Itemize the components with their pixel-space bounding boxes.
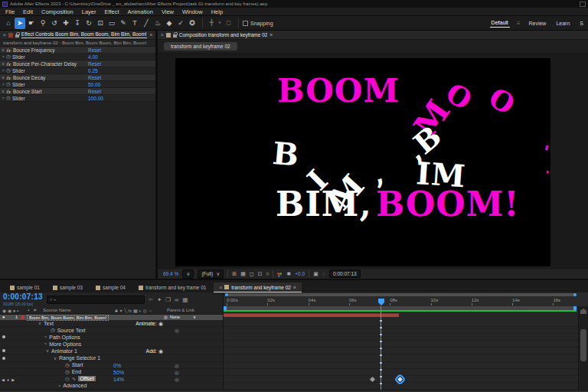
- axis-mode-icon-1[interactable]: ╋: [210, 19, 214, 27]
- label-color-chip[interactable]: [21, 315, 24, 319]
- mask-visibility-icon[interactable]: ◻: [250, 271, 254, 277]
- resolution-dropdown[interactable]: (Full)∨: [198, 270, 224, 279]
- chevron-down-icon[interactable]: ∨: [54, 356, 57, 361]
- property-row-offset[interactable]: ◀ ♦ ▶◷∿Offset14%◎: [0, 376, 223, 383]
- animate-menu[interactable]: Animate: ◉: [136, 321, 163, 327]
- composition-viewport[interactable]: BOOMOOM,BBIM,IMBIM,BOOM!▮▖: [158, 54, 588, 268]
- effect-param-row[interactable]: >◷Slider50.00: [0, 81, 155, 88]
- snapping-checkbox-icon[interactable]: [243, 21, 248, 26]
- dolly-camera-tool-icon[interactable]: ↧: [72, 18, 83, 29]
- time-navigator-bar[interactable]: [225, 293, 577, 296]
- timeline-graph-area[interactable]: [223, 306, 578, 390]
- menu-window[interactable]: Window: [182, 8, 203, 15]
- menu-animation[interactable]: Animation: [128, 8, 153, 15]
- stopwatch-icon[interactable]: ◷: [51, 327, 55, 333]
- menu-help[interactable]: Help: [211, 8, 223, 15]
- property-value[interactable]: 50%: [113, 370, 124, 375]
- property-row-end[interactable]: ◷End50%◎: [0, 369, 223, 376]
- chevron-right-icon[interactable]: >: [0, 96, 6, 100]
- zoom-tool-icon[interactable]: ⚲: [38, 18, 48, 29]
- panel-menu-icon[interactable]: ≡: [293, 285, 296, 290]
- snapshot-icon[interactable]: ⌗: [266, 271, 270, 277]
- pan-handle-icon[interactable]: [580, 309, 586, 314]
- include-toggle-icon[interactable]: ◎: [175, 370, 179, 376]
- transparency-grid-icon[interactable]: ▦: [240, 271, 246, 277]
- panel-overflow-icon[interactable]: »: [149, 32, 152, 38]
- menu-view[interactable]: View: [162, 8, 174, 15]
- property-row-range-selector-1[interactable]: ∨Range Selector 1: [0, 355, 223, 362]
- layer-row[interactable]: ● 1 Boom Bim, Boom Boom, Bim Bim, Boom! …: [0, 315, 223, 320]
- playhead-line[interactable]: [381, 306, 381, 390]
- chevron-down-icon[interactable]: ∨: [46, 348, 49, 353]
- chevron-right-icon[interactable]: >: [44, 335, 47, 339]
- reset-link[interactable]: Reset: [88, 61, 101, 67]
- camera-tool-icon[interactable]: ⊡: [95, 18, 106, 29]
- add-property-icon[interactable]: ◉: [158, 321, 163, 326]
- stopwatch-icon[interactable]: ◷: [6, 54, 12, 60]
- lock-icon[interactable]: [173, 34, 177, 38]
- timeline-tab-3[interactable]: sample 04: [90, 283, 131, 292]
- timeline-tab-5[interactable]: ×transform and keyframe 02≡: [214, 283, 301, 292]
- effect-controls-tab[interactable]: Effect Controls Boom Bim, Boom Boom, Bim…: [21, 31, 147, 38]
- property-row-text[interactable]: ∨TextAnimate: ◉: [0, 320, 223, 327]
- zoom-dropdown[interactable]: ∨: [182, 270, 194, 279]
- brush-tool-icon[interactable]: ╱: [141, 18, 152, 29]
- add-property-icon[interactable]: ◉: [158, 348, 163, 354]
- layer-duration-bar[interactable]: [224, 313, 399, 317]
- include-toggle-icon[interactable]: ◎: [175, 328, 179, 334]
- timeline-tab-2[interactable]: sample 03: [47, 283, 88, 292]
- chevron-right-icon[interactable]: >: [44, 341, 47, 346]
- window-restore-button[interactable]: [580, 2, 586, 7]
- menu-layer[interactable]: Layer: [82, 8, 96, 15]
- graph-icon[interactable]: ∿: [72, 376, 76, 382]
- include-toggle-icon[interactable]: ◎: [175, 363, 179, 369]
- chevron-right-icon[interactable]: >: [0, 68, 6, 73]
- menu-file[interactable]: File: [5, 8, 15, 15]
- eye-icon[interactable]: [2, 335, 5, 338]
- property-row-advanced[interactable]: >Advanced: [0, 383, 223, 390]
- parent-dropdown[interactable]: None: [170, 315, 180, 319]
- rectangle-tool-icon[interactable]: ▭: [106, 18, 117, 29]
- reset-link[interactable]: Reset: [88, 89, 101, 94]
- effect-row[interactable]: ∨fxBounce StartReset: [0, 88, 155, 95]
- chevron-right-icon[interactable]: >: [0, 82, 6, 87]
- source-name-header[interactable]: Source Name: [43, 308, 71, 312]
- pan-camera-tool-icon[interactable]: ✚: [60, 18, 71, 29]
- home-icon[interactable]: ⌂: [3, 18, 14, 29]
- clone-stamp-tool-icon[interactable]: ♨: [152, 18, 163, 29]
- channel-rgb-icon[interactable]: [277, 273, 279, 275]
- viewer-tab[interactable]: transform and keyframe 02: [164, 42, 237, 51]
- axis-mode-icon-3[interactable]: ◻: [226, 19, 231, 27]
- workspace-learn[interactable]: Learn: [554, 19, 571, 28]
- stopwatch-icon[interactable]: ◷: [65, 369, 70, 375]
- camera-icon[interactable]: ▣: [313, 271, 318, 277]
- draft-3d-icon[interactable]: ◌: [322, 271, 325, 276]
- time-ruler[interactable]: 0:00s02s04s06s08s10s12s14s16s: [223, 292, 588, 306]
- stopwatch-icon[interactable]: ◷: [6, 95, 12, 101]
- frame-blend-icon[interactable]: ❐: [165, 296, 171, 303]
- effect-row[interactable]: ∨fxBounce FrequencyReset: [0, 47, 155, 54]
- timeline-scrollbar[interactable]: [578, 306, 588, 390]
- effect-param-row[interactable]: >◷Slider0.25: [0, 67, 155, 74]
- reset-link[interactable]: Reset: [88, 47, 101, 53]
- exposure-value[interactable]: +0.0: [295, 271, 305, 276]
- menu-effect[interactable]: Effect: [104, 8, 119, 15]
- graph-editor-icon[interactable]: ▦: [182, 296, 188, 303]
- chevron-right-icon[interactable]: >: [0, 54, 6, 59]
- region-of-interest-icon[interactable]: ⊡: [258, 271, 263, 277]
- param-value[interactable]: 50.00: [88, 82, 100, 87]
- stopwatch-icon[interactable]: ◷: [6, 81, 12, 87]
- chevron-down-icon[interactable]: ∨: [0, 75, 6, 80]
- chevron-down-icon[interactable]: ∨: [38, 321, 41, 325]
- effect-param-row[interactable]: >◷Slider100.00: [0, 95, 155, 102]
- scrollbar-thumb[interactable]: [580, 329, 586, 361]
- close-panel-icon[interactable]: ×: [3, 32, 6, 38]
- timeline-search-input[interactable]: ⌕▾: [47, 296, 145, 304]
- live-update-icon[interactable]: ⟜: [149, 296, 153, 303]
- parent-pickwhip-icon[interactable]: ◎: [164, 315, 168, 319]
- grid-guides-icon[interactable]: ⊞: [232, 271, 237, 277]
- effect-param-row[interactable]: >◷Slider4.00: [0, 54, 155, 60]
- animate-menu[interactable]: Add: ◉: [146, 348, 163, 354]
- panel-grip-icon[interactable]: [166, 33, 171, 38]
- workspace-menu-icon[interactable]: ≡: [517, 20, 521, 27]
